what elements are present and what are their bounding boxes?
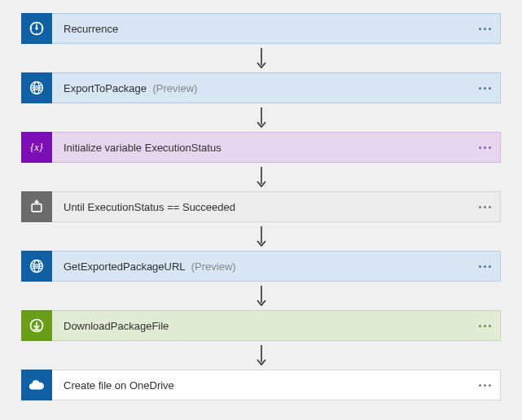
step-until[interactable]: Until ExecutionStatus == Succeeded — [21, 191, 501, 222]
step-init-var[interactable]: {x}Initialize variable ExecutionStatus — [21, 132, 501, 163]
step-recurrence[interactable]: Recurrence — [21, 13, 501, 44]
globe-icon — [21, 72, 52, 103]
step-label: ExportToPackage (Preview) — [52, 82, 469, 94]
step-label: Until ExecutionStatus == Succeeded — [52, 201, 469, 213]
flow-arrow — [254, 163, 269, 191]
globe-icon — [21, 251, 52, 282]
step-create-file[interactable]: Create file on OneDrive — [21, 370, 501, 400]
ellipsis-icon[interactable] — [469, 147, 500, 149]
step-export-pkg[interactable]: ExportToPackage (Preview) — [21, 72, 501, 103]
svg-rect-14 — [32, 204, 42, 212]
ellipsis-icon[interactable] — [469, 28, 500, 30]
ellipsis-icon[interactable] — [469, 87, 500, 90]
ellipsis-icon[interactable] — [469, 265, 500, 268]
flow-arrow — [254, 44, 269, 72]
flow-arrow — [254, 341, 269, 370]
flow-arrow — [254, 103, 269, 132]
brace-icon: {x} — [21, 132, 52, 163]
step-label: Recurrence — [52, 23, 469, 35]
step-label: GetExportedPackageURL (Preview) — [52, 260, 469, 273]
flow-arrow — [254, 282, 269, 310]
loop-icon — [21, 191, 52, 222]
step-label: DownloadPackageFile — [52, 320, 469, 332]
cloud-icon — [21, 370, 52, 400]
ellipsis-icon[interactable] — [469, 325, 500, 327]
step-label: Initialize variable ExecutionStatus — [52, 142, 469, 154]
step-label: Create file on OneDrive — [52, 379, 469, 392]
ellipsis-icon[interactable] — [469, 384, 500, 387]
ellipsis-icon[interactable] — [469, 206, 500, 208]
svg-text:{x}: {x} — [30, 142, 43, 153]
step-download[interactable]: DownloadPackageFile — [21, 310, 501, 341]
flow-arrow — [254, 222, 269, 251]
download-icon — [21, 310, 52, 341]
workflow-flow: RecurrenceExportToPackage (Preview){x}In… — [21, 13, 501, 400]
step-get-url[interactable]: GetExportedPackageURL (Preview) — [21, 251, 501, 282]
clock-icon — [21, 13, 52, 44]
